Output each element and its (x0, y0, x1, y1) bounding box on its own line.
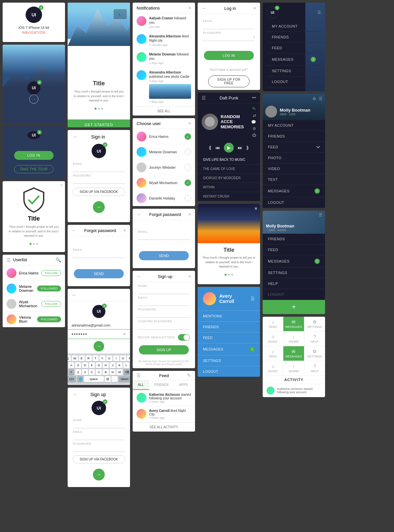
molly-my-account[interactable]: MY ACCOUNT (263, 120, 325, 131)
key-p[interactable]: P (127, 355, 130, 361)
keyboard-back-arrow[interactable]: ← (72, 292, 77, 298)
track-1[interactable]: GIVE LIFE BACK TO MUSIC (198, 155, 260, 164)
key-v[interactable]: V (96, 369, 102, 375)
key-q[interactable]: Q (68, 355, 71, 361)
feed-tab-friends[interactable]: FRIENDS (149, 380, 174, 390)
follow-btn-melanie[interactable]: FOLLOWED (37, 286, 61, 291)
key-return[interactable]: return (119, 376, 130, 382)
track-5[interactable]: INSTANT CRUSH (198, 192, 260, 201)
play-btn[interactable]: ▶ (224, 143, 234, 153)
tab-settings-1[interactable]: ⚙ SETTINGS (304, 317, 325, 331)
track-3[interactable]: GIORGIO BY MORODER (198, 174, 260, 183)
key-s[interactable]: S (75, 362, 81, 368)
fp2-close[interactable]: × (188, 212, 191, 217)
signup-back-arrow[interactable]: ← (73, 392, 78, 397)
key-at[interactable]: @ (105, 376, 111, 382)
tab-music-2[interactable]: ♫ MUSIC (263, 361, 283, 375)
pw-help-icon[interactable]: ? (253, 36, 255, 39)
molly-feed[interactable]: FEED (263, 142, 325, 153)
key-n[interactable]: N (110, 369, 116, 375)
avery-messages[interactable]: MESSAGES 1 (198, 343, 260, 355)
password-input[interactable] (73, 177, 125, 184)
suf-back[interactable]: ← (137, 273, 142, 279)
edit-music-icon[interactable]: ✎ (252, 106, 256, 111)
city-close[interactable]: × (254, 206, 257, 212)
key-y[interactable]: Y (99, 355, 105, 361)
key-globe[interactable]: 🌐 (77, 376, 83, 382)
back-arrow[interactable]: ← (73, 134, 78, 140)
nav-feed[interactable]: FEED (267, 43, 321, 53)
comment-icon[interactable]: 💬 (251, 120, 256, 124)
follow-btn-viktoria[interactable]: FOLLOWED (37, 316, 61, 322)
hamburger-icon[interactable]: ☰ (7, 257, 11, 263)
nav-messages[interactable]: MESSAGES 2 (267, 53, 321, 66)
prev-btn[interactable]: ⏮ (215, 145, 220, 150)
notif-close[interactable]: × (188, 5, 191, 11)
avery-hamburger[interactable]: ☰ (251, 296, 255, 301)
search-icon[interactable]: 🔍 (55, 257, 61, 263)
key-k[interactable]: K (117, 362, 122, 368)
key-dot[interactable]: . (112, 376, 118, 382)
key-e[interactable]: E (79, 355, 85, 361)
fp2-email-input[interactable] (138, 233, 190, 240)
feed-settings-icon[interactable]: ✎ (187, 373, 191, 378)
suf-name-input[interactable] (138, 287, 190, 294)
tab-feed-1[interactable]: ♪ FEED (263, 317, 283, 331)
su-facebook-btn[interactable]: SIGN UP VIA FACEBOOK (73, 455, 125, 463)
key-a[interactable]: A (68, 362, 74, 368)
power-icon[interactable]: ⏻ (252, 133, 256, 138)
key-i[interactable]: I (113, 355, 119, 361)
login-back[interactable]: ← (202, 5, 207, 11)
key-x[interactable]: X (82, 369, 88, 375)
feed-tab-apps[interactable]: APPS (174, 380, 193, 390)
molly-friends[interactable]: FRIENDS (263, 131, 325, 142)
email-input[interactable] (73, 165, 125, 172)
tab-settings-2[interactable]: ⚙ SETTINGS (304, 346, 325, 361)
forgot-back-arrow[interactable]: ← (72, 227, 77, 233)
key-del[interactable]: ⌫ (123, 369, 129, 375)
avery-mentions[interactable]: MENTIONS (198, 310, 260, 321)
fp2-back[interactable]: ← (137, 211, 142, 217)
molly-video[interactable]: VIDEO (263, 163, 325, 174)
key-r[interactable]: R (86, 355, 92, 361)
molly-text-item[interactable]: TEXT (263, 174, 325, 185)
forgot-close[interactable]: × (123, 228, 126, 233)
sign-up-free-btn[interactable]: SIGN UP FOR FREE (208, 75, 250, 87)
visibility-icon[interactable]: 👁 (123, 332, 126, 336)
check-jocelyn[interactable] (185, 164, 191, 171)
molly-logout[interactable]: LOGOUT (263, 197, 325, 208)
su-email-input[interactable] (73, 434, 125, 440)
get-started-button[interactable]: GET STARTED (68, 119, 130, 128)
nav-friends[interactable]: FRIENDS (267, 32, 321, 43)
suf-cpw-input[interactable] (138, 323, 190, 330)
key-o[interactable]: O (120, 355, 126, 361)
nav-my-account[interactable]: MY ACCOUNT (267, 21, 321, 32)
tab-share-1[interactable]: ↑ SHARE (283, 331, 304, 346)
key-u[interactable]: U (106, 355, 112, 361)
nav-logout[interactable]: LOGOUT (267, 76, 321, 87)
tab-messages-2[interactable]: ✉ MESSAGES (283, 346, 304, 361)
avery-settings[interactable]: SETTINGS (198, 355, 260, 366)
tab-messages-1[interactable]: ✉ MESSAGES (283, 317, 304, 331)
tab-share-2[interactable]: ↑ SHARE (283, 361, 304, 375)
check-wyatt[interactable]: ✓ (185, 180, 191, 186)
check-melanie[interactable] (185, 149, 191, 155)
tab-help-1[interactable]: ? HELP (304, 331, 325, 346)
rewind-btn[interactable]: ⟪ (209, 145, 211, 150)
forward-btn[interactable]: ⟫ (246, 145, 249, 150)
suf-close[interactable]: × (188, 274, 191, 279)
login-pw-input[interactable] (203, 34, 255, 41)
tab-help-2[interactable]: ? HELP (304, 361, 325, 375)
see-all-activity[interactable]: SEE ALL ACTIVITY (133, 422, 195, 432)
login-btn[interactable]: LOG IN (204, 51, 254, 60)
suf-email-input[interactable] (138, 299, 190, 306)
take-tour-button[interactable]: TAKE THE TOUR (14, 165, 54, 173)
molly2-messages[interactable]: MESSAGES 2 (263, 255, 325, 267)
tab-music-1[interactable]: ♫ MUSIC (263, 331, 283, 346)
send-button[interactable]: SEND (74, 269, 124, 278)
key-c[interactable]: C (89, 369, 95, 375)
avery-feed[interactable]: FEED (198, 332, 260, 343)
check-erica[interactable]: ✓ (185, 133, 191, 140)
login-button[interactable]: LOG IN (14, 151, 54, 160)
follow-btn-wyatt[interactable]: FOLLOW (41, 301, 61, 307)
